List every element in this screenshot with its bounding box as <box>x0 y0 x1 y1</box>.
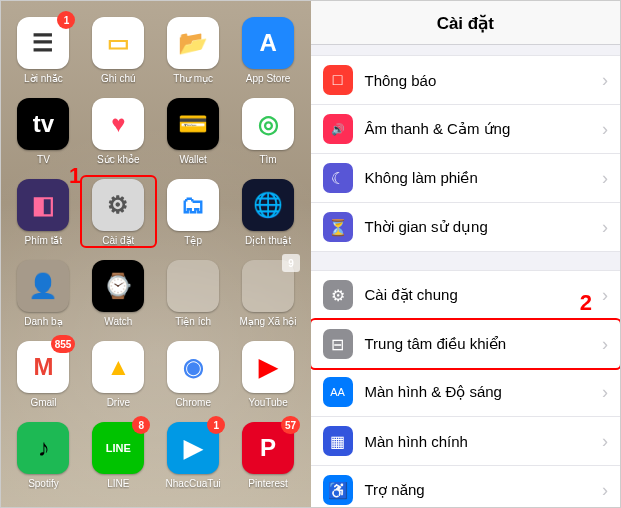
app-icon[interactable]: ☰1 <box>17 17 69 69</box>
app-watch[interactable]: ⌚Watch <box>84 260 153 327</box>
settings-row-m-n-h-nh-ch-nh[interactable]: ▦Màn hình chính› <box>311 417 620 466</box>
app-icon[interactable]: P57 <box>242 422 294 474</box>
settings-row-icon: ▦ <box>323 426 353 456</box>
settings-row-icon: AA <box>323 377 353 407</box>
notification-badge: 1 <box>57 11 75 29</box>
app-sức-khỏe[interactable]: ♥Sức khỏe <box>84 98 153 165</box>
settings-row-trung-t-m-i-u-khi-n[interactable]: ⊟Trung tâm điều khiển›2 <box>311 318 620 370</box>
app-ghi-chú[interactable]: ▭Ghi chú <box>84 17 153 84</box>
settings-list[interactable]: □Thông báo›🔊Âm thanh & Cảm ứng›☾Không là… <box>311 45 620 507</box>
app-icon[interactable]: tv <box>17 98 69 150</box>
app-icon[interactable]: ◧ <box>17 179 69 231</box>
app-label: Thư mục <box>173 73 213 84</box>
app-cài-đặt[interactable]: ⚙Cài đặt <box>84 179 153 246</box>
settings-row-m-n-h-nh-s-ng[interactable]: AAMàn hình & Độ sáng› <box>311 368 620 417</box>
app-label: Drive <box>107 397 130 408</box>
app-phím-tắt[interactable]: ◧Phím tắt <box>9 179 78 246</box>
app-label: Pinterest <box>248 478 287 489</box>
chevron-right-icon: › <box>602 168 608 189</box>
chevron-right-icon: › <box>602 70 608 91</box>
app-tv[interactable]: tvTV <box>9 98 78 165</box>
chevron-right-icon: › <box>602 119 608 140</box>
app-label: NhacCuaTui <box>166 478 221 489</box>
settings-row-icon: ⚙ <box>323 280 353 310</box>
app-icon[interactable]: M855 <box>17 341 69 393</box>
app-label: Tiện ích <box>175 316 211 327</box>
app-danh-bạ[interactable]: 👤Danh bạ <box>9 260 78 327</box>
settings-row-icon: ♿ <box>323 475 353 505</box>
app-icon[interactable]: A <box>242 17 294 69</box>
settings-group: □Thông báo›🔊Âm thanh & Cảm ứng›☾Không là… <box>311 55 620 252</box>
settings-row-th-i-gian-s-d-ng[interactable]: ⏳Thời gian sử dụng› <box>311 203 620 251</box>
app-tệp[interactable]: 🗂Tệp <box>159 179 228 246</box>
app-icon[interactable]: 💳 <box>167 98 219 150</box>
settings-row-label: Màn hình chính <box>365 433 602 450</box>
app-icon[interactable]: 🌐 <box>242 179 294 231</box>
app-icon[interactable]: ▲ <box>92 341 144 393</box>
settings-row-label: Trợ năng <box>365 481 602 499</box>
app-spotify[interactable]: ♪Spotify <box>9 422 78 489</box>
settings-row-label: Thời gian sử dụng <box>365 218 602 236</box>
chevron-right-icon: › <box>602 334 608 355</box>
app-label: Dịch thuật <box>245 235 291 246</box>
app-icon[interactable]: ◉ <box>167 341 219 393</box>
app-icon[interactable]: ▶1 <box>167 422 219 474</box>
app-label: LINE <box>107 478 129 489</box>
app-icon[interactable]: LINE8 <box>92 422 144 474</box>
settings-row-label: Âm thanh & Cảm ứng <box>365 120 602 138</box>
settings-row-kh-ng-l-m-phi-n[interactable]: ☾Không làm phiền› <box>311 154 620 203</box>
app-tiện-ích[interactable]: Tiện ích <box>159 260 228 327</box>
app-tìm[interactable]: ◎Tìm <box>234 98 303 165</box>
app-thư-mục[interactable]: 📂Thư mục <box>159 17 228 84</box>
app-label: App Store <box>246 73 290 84</box>
app-label: Watch <box>104 316 132 327</box>
notification-badge: 855 <box>51 335 76 353</box>
app-icon[interactable]: ▭ <box>92 17 144 69</box>
settings-row-label: Thông báo <box>365 72 602 89</box>
chevron-right-icon: › <box>602 480 608 501</box>
app-line[interactable]: LINE8LINE <box>84 422 153 489</box>
chevron-right-icon: › <box>602 285 608 306</box>
app-label: Mạng Xã hội <box>240 316 297 327</box>
app-label: Cài đặt <box>102 235 134 246</box>
app-icon[interactable]: ⚙ <box>92 179 144 231</box>
app-icon[interactable]: ♥ <box>92 98 144 150</box>
app-icon[interactable]: 📂 <box>167 17 219 69</box>
app-nhaccuatui[interactable]: ▶1NhacCuaTui <box>159 422 228 489</box>
app-wallet[interactable]: 💳Wallet <box>159 98 228 165</box>
app-dịch-thuật[interactable]: 🌐Dịch thuật <box>234 179 303 246</box>
app-icon[interactable]: 🗂 <box>167 179 219 231</box>
app-pinterest[interactable]: P57Pinterest <box>234 422 303 489</box>
settings-row-icon: ⊟ <box>323 329 353 359</box>
app-youtube[interactable]: ▶YouTube <box>234 341 303 408</box>
chevron-right-icon: › <box>602 431 608 452</box>
chevron-right-icon: › <box>602 382 608 403</box>
app-icon[interactable]: 👤 <box>17 260 69 312</box>
settings-row-label: Không làm phiền <box>365 169 602 187</box>
app-label: Lời nhắc <box>24 73 63 84</box>
app-gmail[interactable]: M855Gmail <box>9 341 78 408</box>
app-label: Spotify <box>28 478 59 489</box>
notification-badge: 1 <box>207 416 225 434</box>
app-icon[interactable]: 9 <box>242 260 294 312</box>
app-label: Tìm <box>259 154 276 165</box>
app-label: Ghi chú <box>101 73 135 84</box>
app-drive[interactable]: ▲Drive <box>84 341 153 408</box>
notification-badge: 8 <box>132 416 150 434</box>
app-icon[interactable]: ⌚ <box>92 260 144 312</box>
app-icon[interactable]: ◎ <box>242 98 294 150</box>
settings-row-c-i-t-chung[interactable]: ⚙Cài đặt chung› <box>311 271 620 320</box>
app-icon[interactable]: ♪ <box>17 422 69 474</box>
app-icon[interactable]: ▶ <box>242 341 294 393</box>
app-lời-nhắc[interactable]: ☰1Lời nhắc <box>9 17 78 84</box>
app-mạng-xã-hội[interactable]: 9Mạng Xã hội <box>234 260 303 327</box>
app-label: Wallet <box>179 154 206 165</box>
app-app-store[interactable]: AApp Store <box>234 17 303 84</box>
notification-badge: 9 <box>282 254 300 272</box>
settings-row-tr-n-ng[interactable]: ♿Trợ năng› <box>311 466 620 507</box>
app-chrome[interactable]: ◉Chrome <box>159 341 228 408</box>
app-icon[interactable] <box>167 260 219 312</box>
settings-row--m-thanh-c-m-ng[interactable]: 🔊Âm thanh & Cảm ứng› <box>311 105 620 154</box>
app-label: Danh bạ <box>24 316 62 327</box>
settings-row-th-ng-b-o[interactable]: □Thông báo› <box>311 56 620 105</box>
